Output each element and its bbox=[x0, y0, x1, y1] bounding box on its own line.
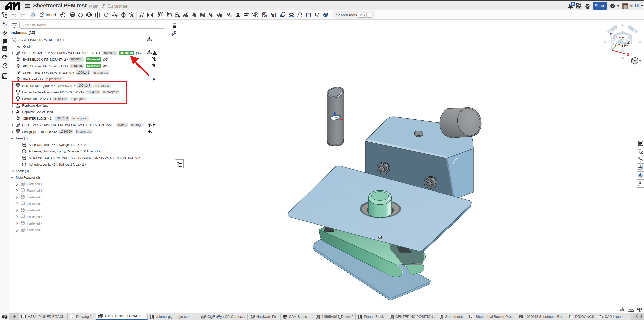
svg-text:Z: Z bbox=[609, 32, 612, 37]
svg-text:P: P bbox=[383, 163, 385, 165]
svg-text:P: P bbox=[430, 177, 432, 179]
svg-text:x: x bbox=[640, 183, 642, 186]
svg-text:Y: Y bbox=[620, 38, 622, 42]
svg-text:X: X bbox=[627, 52, 630, 57]
